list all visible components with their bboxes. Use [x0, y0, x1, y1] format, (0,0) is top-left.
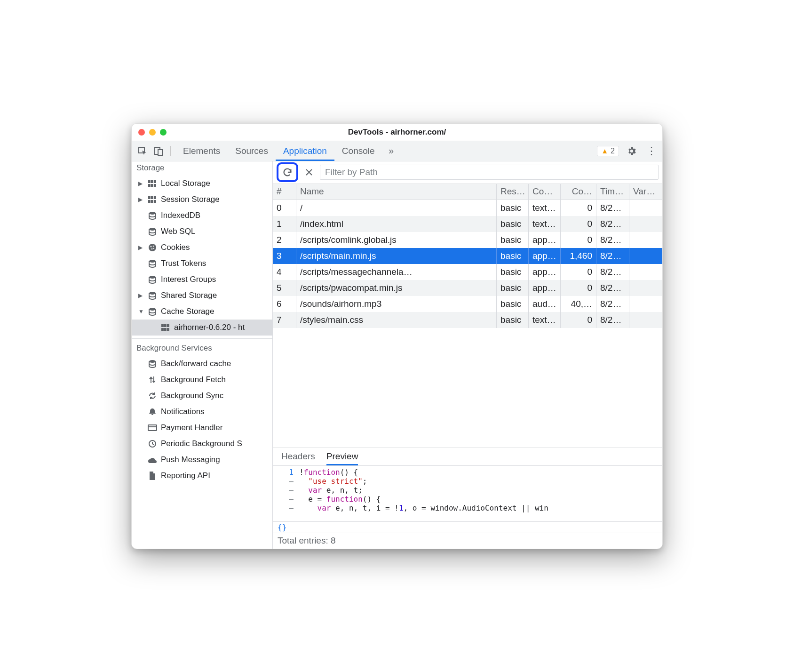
- cell-name: /sounds/airhorn.mp3: [296, 296, 497, 312]
- device-toolbar-icon[interactable]: [151, 144, 166, 158]
- cell-len: 1,460: [561, 248, 596, 264]
- expand-arrow-icon[interactable]: ▶: [138, 196, 144, 203]
- application-sidebar: Storage ▶Local Storage▶Session StorageIn…: [132, 161, 273, 549]
- sidebar-item-interest-groups[interactable]: Interest Groups: [132, 272, 272, 288]
- col-content-type[interactable]: Co…: [529, 184, 561, 200]
- code-preview[interactable]: 1!function() {– "use strict";– var e, n,…: [273, 466, 662, 521]
- sidebar-item-background-fetch[interactable]: Background Fetch: [132, 372, 272, 388]
- sidebar-item-shared-storage[interactable]: ▶Shared Storage: [132, 288, 272, 304]
- filter-placeholder: Filter by Path: [325, 167, 378, 177]
- grid-icon: [147, 196, 158, 203]
- table-row[interactable]: 7/styles/main.cssbasictext…08/2…: [273, 312, 662, 328]
- clear-button[interactable]: [302, 168, 316, 176]
- col-name[interactable]: Name: [296, 184, 497, 200]
- close-window-button[interactable]: [138, 129, 145, 136]
- subtab-preview[interactable]: Preview: [326, 448, 358, 465]
- table-row[interactable]: 1/index.htmlbasictext…08/2…: [273, 216, 662, 232]
- sidebar-item-reporting-api[interactable]: Reporting API: [132, 468, 272, 484]
- col-response[interactable]: Res…: [497, 184, 529, 200]
- cell-idx: 2: [273, 232, 296, 248]
- expand-arrow-icon[interactable]: ▶: [138, 292, 144, 299]
- col-time[interactable]: Tim…: [596, 184, 629, 200]
- tab-console[interactable]: Console: [334, 141, 382, 161]
- filter-input[interactable]: Filter by Path: [320, 165, 659, 180]
- db-icon: [147, 259, 158, 268]
- code-line: – var e, n, t;: [273, 486, 662, 495]
- sidebar-item-background-sync[interactable]: Background Sync: [132, 388, 272, 404]
- svg-point-21: [153, 248, 154, 248]
- more-tabs-icon[interactable]: »: [384, 144, 398, 158]
- col-vary[interactable]: Var…: [629, 184, 662, 200]
- subtab-headers[interactable]: Headers: [281, 451, 315, 462]
- svg-point-17: [149, 244, 156, 251]
- svg-rect-14: [154, 200, 156, 203]
- sidebar-item-cache-storage[interactable]: ▼Cache Storage: [132, 304, 272, 320]
- sidebar-item-session-storage[interactable]: ▶Session Storage: [132, 192, 272, 208]
- col-content-length[interactable]: Co…: [561, 184, 596, 200]
- line-number: –: [273, 486, 299, 495]
- col-index[interactable]: #: [273, 184, 296, 200]
- sidebar-item-label: Shared Storage: [161, 291, 217, 300]
- svg-rect-28: [167, 324, 169, 327]
- sidebar-item-web-sql[interactable]: Web SQL: [132, 224, 272, 240]
- cell-res: basic: [497, 312, 529, 328]
- cell-ct: app…: [529, 264, 561, 280]
- sidebar-item-cookies[interactable]: ▶Cookies: [132, 240, 272, 256]
- sidebar-item-push-messaging[interactable]: Push Messaging: [132, 452, 272, 468]
- sidebar-item-label: Interest Groups: [161, 275, 216, 284]
- code-content: "use strict";: [299, 477, 367, 486]
- inspect-element-icon[interactable]: [135, 144, 150, 158]
- tab-sources[interactable]: Sources: [228, 141, 276, 161]
- sidebar-item-label: Background Fetch: [161, 375, 226, 384]
- brace-bar[interactable]: {}: [273, 521, 662, 533]
- cell-vary: [629, 200, 662, 216]
- updown-icon: [147, 376, 158, 384]
- sidebar-item-label: Back/forward cache: [161, 359, 231, 368]
- cell-idx: 7: [273, 312, 296, 328]
- window-controls: [138, 129, 167, 136]
- maximize-window-button[interactable]: [160, 129, 167, 136]
- sidebar-item-indexeddb[interactable]: IndexedDB: [132, 208, 272, 224]
- sidebar-item-label: Payment Handler: [161, 423, 222, 432]
- sidebar-item-label: Cache Storage: [161, 307, 214, 316]
- warnings-badge[interactable]: ▲ 2: [597, 146, 619, 156]
- sidebar-item-local-storage[interactable]: ▶Local Storage: [132, 176, 272, 192]
- table-row[interactable]: 2/scripts/comlink.global.jsbasicapp…08/2…: [273, 232, 662, 248]
- code-line: 1!function() {: [273, 468, 662, 477]
- tab-application[interactable]: Application: [276, 141, 334, 161]
- expand-arrow-icon[interactable]: ▼: [138, 308, 144, 315]
- sidebar-item-back-forward-cache[interactable]: Back/forward cache: [132, 356, 272, 372]
- table-row[interactable]: 4/scripts/messagechannela…basicapp…08/2…: [273, 264, 662, 280]
- sidebar-item-payment-handler[interactable]: Payment Handler: [132, 420, 272, 436]
- table-row[interactable]: 0/basictext…08/2…: [273, 200, 662, 216]
- table-row[interactable]: 5/scripts/pwacompat.min.jsbasicapp…08/2…: [273, 280, 662, 296]
- cache-storage-panel: Filter by Path # Name Res… Co… Co… Tim… …: [273, 161, 662, 549]
- sidebar-item-label: Trust Tokens: [161, 259, 206, 268]
- expand-arrow-icon[interactable]: ▶: [138, 180, 144, 187]
- table-row[interactable]: 3/scripts/main.min.jsbasicapp…1,4608/2…: [273, 248, 662, 264]
- table-row[interactable]: 6/sounds/airhorn.mp3basicaud…40,…8/2…: [273, 296, 662, 312]
- sidebar-item-periodic-background-s[interactable]: Periodic Background S: [132, 436, 272, 452]
- db-icon: [147, 211, 158, 220]
- code-content: !function() {: [299, 468, 358, 477]
- tab-elements[interactable]: Elements: [175, 141, 228, 161]
- sidebar-item-airhorner-0-6-20-ht[interactable]: airhorner-0.6.20 - ht: [132, 320, 272, 336]
- refresh-button[interactable]: [277, 162, 298, 182]
- minimize-window-button[interactable]: [149, 129, 156, 136]
- cell-time: 8/2…: [596, 264, 629, 280]
- code-content: var e, n, t;: [299, 486, 363, 495]
- sidebar-item-notifications[interactable]: Notifications: [132, 404, 272, 420]
- settings-icon[interactable]: [625, 144, 639, 158]
- cell-len: 0: [561, 216, 596, 232]
- svg-rect-29: [161, 328, 164, 331]
- preview-pane: HeadersPreview 1!function() {– "use stri…: [273, 448, 662, 533]
- cell-ct: app…: [529, 248, 561, 264]
- sidebar-item-trust-tokens[interactable]: Trust Tokens: [132, 256, 272, 272]
- kebab-menu-icon[interactable]: ⋮: [644, 144, 659, 158]
- cell-time: 8/2…: [596, 280, 629, 296]
- cell-res: basic: [497, 280, 529, 296]
- cell-res: basic: [497, 248, 529, 264]
- expand-arrow-icon[interactable]: ▶: [138, 244, 144, 251]
- card-icon: [147, 424, 158, 431]
- svg-point-25: [149, 308, 156, 311]
